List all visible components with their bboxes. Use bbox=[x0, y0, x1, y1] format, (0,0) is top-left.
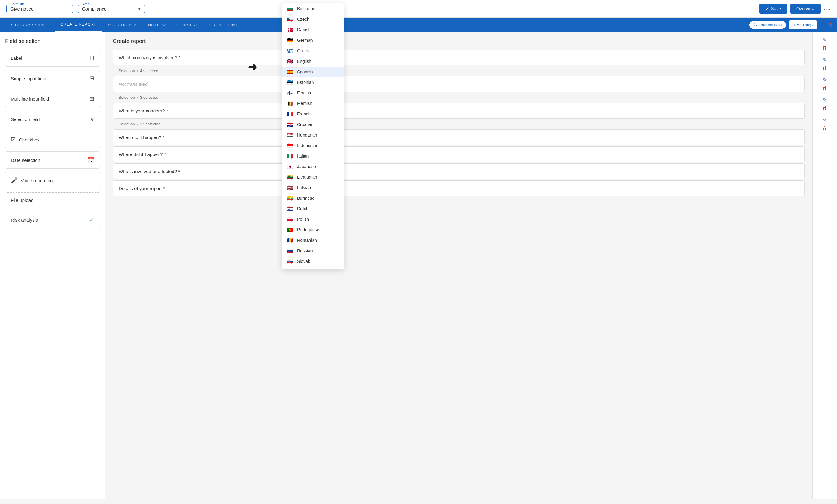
edit-icon-1[interactable]: ✎ bbox=[823, 37, 827, 43]
save-button[interactable]: ✓ Save bbox=[759, 4, 787, 14]
report-field-where[interactable]: Where did it happen? * bbox=[113, 146, 805, 162]
report-field-concern[interactable]: What is your concern? * bbox=[113, 103, 805, 118]
code-icon: <> bbox=[162, 23, 166, 27]
language-option-pl[interactable]: 🇵🇱Polish bbox=[282, 214, 343, 224]
flag-es: 🇪🇸 bbox=[287, 70, 294, 74]
report-field-details[interactable]: Details of your report * bbox=[113, 181, 805, 196]
language-option-ja[interactable]: 🇯🇵Japanese bbox=[282, 161, 343, 172]
selection-row-1[interactable]: Selection › 4 selected bbox=[113, 67, 805, 75]
checkbox-icon: ☑ bbox=[11, 136, 16, 143]
area-input[interactable] bbox=[82, 6, 141, 12]
report-field-company[interactable]: Which company is involved? * bbox=[113, 50, 805, 65]
language-option-fr[interactable]: 🇫🇷French bbox=[282, 109, 343, 119]
language-option-ru[interactable]: 🇷🇺Russian bbox=[282, 245, 343, 256]
flag-nl: 🇳🇱 bbox=[287, 206, 294, 211]
language-option-my[interactable]: 🇲🇲Burmese bbox=[282, 193, 343, 203]
form-title-input[interactable] bbox=[10, 6, 69, 12]
report-field-not-translated[interactable]: Not translated bbox=[113, 76, 805, 92]
field-item-date[interactable]: Date selection 📅 bbox=[5, 151, 100, 169]
edit-icon-3[interactable]: ✎ bbox=[823, 77, 827, 83]
action-row-3: ✎ 🗑 bbox=[822, 77, 827, 91]
add-step-button[interactable]: + Add step bbox=[789, 20, 817, 30]
flag-hu: 🇭🇺 bbox=[287, 133, 294, 137]
field-item-simple-input[interactable]: Simple input field ⊟ bbox=[5, 70, 100, 87]
language-option-hu[interactable]: 🇭🇺Hungarian bbox=[282, 130, 343, 140]
multiline-input-icon: ⊟ bbox=[90, 95, 94, 102]
field-item-selection[interactable]: Selection field ∨ bbox=[5, 111, 100, 128]
area-label: Area bbox=[82, 2, 90, 6]
delete-icon-3[interactable]: 🗑 bbox=[822, 86, 827, 91]
language-option-lt[interactable]: 🇱🇹Lithuanian bbox=[282, 172, 343, 182]
field-item-file-upload[interactable]: File upload bbox=[5, 192, 100, 208]
language-option-nl-be[interactable]: 🇧🇪Flemish bbox=[282, 98, 343, 109]
language-option-hr[interactable]: 🇭🇷Croatian bbox=[282, 119, 343, 130]
delete-icon-1[interactable]: 🗑 bbox=[822, 45, 827, 51]
report-field-who[interactable]: Who is involved or affected? * bbox=[113, 164, 805, 179]
edit-icon[interactable]: ✎ bbox=[820, 21, 825, 28]
nav-right-actions: 🛡 Internal field + Add step ✎ 🗑 bbox=[749, 20, 833, 30]
flag-pt: 🇵🇹 bbox=[287, 227, 294, 232]
delete-icon[interactable]: 🗑 bbox=[828, 22, 833, 28]
internal-field-badge[interactable]: 🛡 Internal field bbox=[749, 21, 786, 29]
flag-cs: 🇨🇿 bbox=[287, 17, 294, 21]
edit-icon-5[interactable]: ✎ bbox=[823, 117, 827, 123]
language-option-lv[interactable]: 🇱🇻Latvian bbox=[282, 182, 343, 193]
tab-create-report[interactable]: CREATE REPORT bbox=[55, 18, 102, 32]
field-selection-title: Field selection bbox=[5, 38, 100, 44]
selection-row-2[interactable]: Selection › 3 selected bbox=[113, 93, 805, 101]
edit-icon-2[interactable]: ✎ bbox=[823, 57, 827, 63]
edit-icon-4[interactable]: ✎ bbox=[823, 97, 827, 103]
tab-create-hint[interactable]: CREATE HINT bbox=[204, 18, 243, 32]
flag-sk: 🇸🇰 bbox=[287, 259, 294, 263]
field-item-multiline-input[interactable]: Multiline input field ⊟ bbox=[5, 90, 100, 108]
more-options-button[interactable]: ··· bbox=[824, 5, 831, 12]
language-option-pt[interactable]: 🇵🇹Portuguese bbox=[282, 224, 343, 235]
tab-note[interactable]: NOTE <> bbox=[142, 18, 172, 32]
delete-icon-4[interactable]: 🗑 bbox=[822, 106, 827, 111]
language-option-et[interactable]: 🇪🇪Estonian bbox=[282, 77, 343, 88]
language-option-en[interactable]: 🇬🇧English bbox=[282, 56, 343, 67]
delete-icon-5[interactable]: 🗑 bbox=[822, 126, 827, 131]
language-option-es[interactable]: 🇪🇸Spanish bbox=[282, 67, 343, 77]
date-icon: 📅 bbox=[87, 157, 94, 164]
action-row-2: ✎ 🗑 bbox=[822, 57, 827, 71]
create-report-panel: Create report Which company is involved?… bbox=[105, 32, 812, 499]
field-item-voice[interactable]: 🎤 Voice recording bbox=[5, 172, 100, 189]
header: Form title Area ▼ ✓ Save Overview ··· bbox=[0, 0, 837, 18]
action-row-1: ✎ 🗑 bbox=[822, 37, 827, 51]
language-option-cs[interactable]: 🇨🇿Czech bbox=[282, 14, 343, 24]
tab-your-data[interactable]: YOUR DATA ↗ bbox=[102, 18, 142, 32]
language-option-de[interactable]: 🇩🇪German bbox=[282, 35, 343, 45]
language-option-id[interactable]: 🇮🇩Indonesian bbox=[282, 140, 343, 151]
field-item-checkbox[interactable]: ☑ Checkbox bbox=[5, 131, 100, 148]
report-field-when[interactable]: When did it happen? * bbox=[113, 129, 805, 145]
action-row-5: ✎ 🗑 bbox=[822, 117, 827, 131]
language-option-it[interactable]: 🇮🇹Italian bbox=[282, 151, 343, 161]
flag-pl: 🇵🇱 bbox=[287, 217, 294, 221]
flag-lv: 🇱🇻 bbox=[287, 185, 294, 190]
selection-field-icon: ∨ bbox=[90, 116, 94, 123]
flag-lt: 🇱🇹 bbox=[287, 175, 294, 179]
language-option-bg[interactable]: 🇧🇬Bulgarian bbox=[282, 3, 343, 14]
header-right: ✓ Save Overview ··· bbox=[759, 4, 831, 14]
external-link-icon: ↗ bbox=[133, 23, 137, 27]
field-item-label[interactable]: Label Tt bbox=[5, 50, 100, 67]
flag-et: 🇪🇪 bbox=[287, 80, 294, 85]
language-option-ro[interactable]: 🇷🇴Romanian bbox=[282, 235, 343, 245]
language-option-nl[interactable]: 🇳🇱Dutch bbox=[282, 203, 343, 214]
tab-reconnaissance[interactable]: RECONNAISSANCE bbox=[4, 18, 55, 32]
save-icon: ✓ bbox=[765, 6, 769, 11]
language-dropdown[interactable]: 🇧🇬Bulgarian🇨🇿Czech🇩🇰Danish🇩🇪German🇬🇷Gree… bbox=[282, 3, 344, 269]
selection-row-3[interactable]: Selection › 17 selected bbox=[113, 120, 805, 128]
overview-button[interactable]: Overview bbox=[790, 4, 821, 14]
shield-icon: 🛡 bbox=[754, 23, 758, 27]
form-title-field: Form title bbox=[6, 5, 73, 13]
language-option-sk[interactable]: 🇸🇰Slovak bbox=[282, 256, 343, 266]
language-option-da[interactable]: 🇩🇰Danish bbox=[282, 24, 343, 35]
field-item-risk[interactable]: Risk analysis ✓ bbox=[5, 211, 100, 228]
language-option-el[interactable]: 🇬🇷Greek bbox=[282, 45, 343, 56]
tab-consent[interactable]: CONSENT bbox=[172, 18, 204, 32]
language-option-sl[interactable]: 🇸🇮Slovenian bbox=[282, 266, 343, 269]
delete-icon-2[interactable]: 🗑 bbox=[822, 65, 827, 71]
language-option-fi[interactable]: 🇫🇮Finnish bbox=[282, 88, 343, 98]
